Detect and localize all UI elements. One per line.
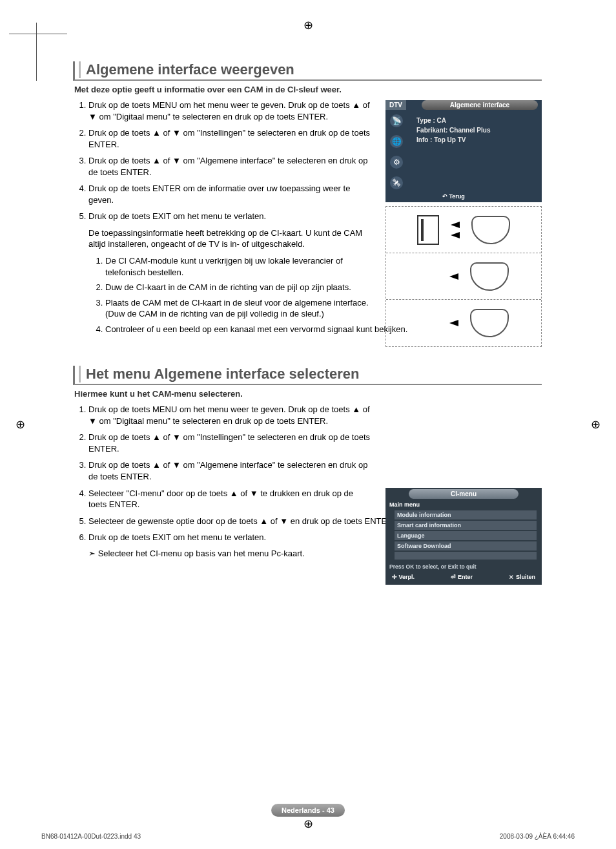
crop-mark-icon: ⊕	[303, 817, 313, 831]
osd-info-line: Fabrikant: Channel Plus	[416, 125, 490, 135]
hand-card-icon	[470, 309, 509, 337]
section-1-heading: Algemene interface weergeven	[86, 61, 542, 78]
step-tail-paragraph: De toepassingsinformatie heeft betrekkin…	[88, 227, 371, 250]
crop-hairline	[9, 34, 67, 34]
step-item: Druk op de toets ▲ of ▼ om "Algemene int…	[88, 155, 371, 178]
hand-card-icon	[470, 262, 509, 291]
hand-card-icon	[471, 216, 510, 244]
tv-osd-screenshot-2: CI-menu Main menu Module information Sma…	[385, 488, 542, 585]
osd-main-label: Main menu	[385, 500, 542, 509]
illustration-row	[386, 300, 541, 346]
section-2-steps: Druk op de toets MENU om het menu weer t…	[74, 404, 371, 543]
globe-icon: 🌐	[390, 135, 403, 148]
osd-tab: DTV	[385, 100, 406, 110]
osd-back-label: Terug	[449, 193, 465, 200]
step-item: Druk op de toets ▲ of ▼ om "Algemene int…	[88, 459, 371, 482]
step-item: Druk op de toets ENTER om de informatie …	[88, 183, 371, 205]
section-heading-bar: Algemene interface weergeven	[73, 61, 542, 81]
arrow-left-icon	[449, 273, 458, 280]
satellite-icon: 🛰	[390, 176, 403, 189]
osd-info-line: Info : Top Up TV	[416, 135, 490, 145]
crop-mark-icon: ⊕	[15, 417, 25, 432]
osd-icon-column: 📡 🌐 ⚙ 🛰	[388, 114, 405, 189]
imprint-left: BN68-01412A-00Dut-0223.indd 43	[41, 833, 141, 840]
section-1-steps: Druk op de toets MENU om het menu weer t…	[74, 100, 371, 335]
osd-menu-item: Module information	[395, 510, 537, 519]
section-2-lead: Hiermee kunt u het CAM-menu selecteren.	[74, 389, 365, 399]
substep-item: Duw de CI-kaart in de CAM in de richting…	[105, 282, 371, 293]
section-heading-bar: Het menu Algemene interface selecteren	[73, 366, 542, 385]
osd-nav-label: Sluiten	[516, 574, 535, 580]
section-1-substeps: De CI CAM-module kunt u verkrijgen bij u…	[88, 255, 371, 335]
step-item: Druk op de toets ▲ of ▼ om "Instellingen…	[88, 127, 371, 150]
imprint-right: 2008-03-09 ¿ÀÈÄ 6:44:46	[500, 833, 575, 840]
gear-icon: ⚙	[390, 156, 403, 169]
crop-mark-icon: ⊕	[591, 417, 601, 432]
ci-card-illustration	[385, 206, 542, 347]
osd-info-line: Type : CA	[416, 116, 490, 125]
osd-menu-item: Software Download	[395, 541, 537, 550]
osd-menu-item-blank	[395, 552, 537, 560]
substep-item: Plaats de CAM met de CI-kaart in de sleu…	[105, 297, 371, 320]
step-item: Druk op de toets EXIT om het menu te ver…	[88, 211, 371, 335]
osd-title: Algemene interface	[422, 100, 538, 110]
illustration-row	[386, 207, 541, 253]
osd-info-block: Type : CA Fabrikant: Channel Plus Info :…	[416, 116, 490, 145]
osd-nav-label: Verpl.	[399, 574, 415, 580]
tv-osd-screenshot-1: DTV Algemene interface 📡 🌐 ⚙ 🛰 Type : CA…	[385, 100, 542, 202]
step-item: Druk op de toets ▲ of ▼ om "Instellingen…	[88, 432, 371, 454]
osd-menu-item: Smart card information	[395, 521, 537, 530]
osd-hint: Press OK to select, or Exit to quit	[385, 561, 542, 571]
arrow-left-icon	[449, 320, 458, 326]
step-item: Selecteer "CI-menu" door op de toets ▲ o…	[88, 488, 371, 510]
antenna-icon: 📡	[390, 114, 403, 127]
step-text: Druk op de toets EXIT om het menu te ver…	[88, 211, 266, 221]
illustration-row	[386, 253, 541, 300]
step-item: Druk op de toets MENU om het menu weer t…	[88, 404, 371, 426]
section-1-lead: Met deze optie geeft u informatie over e…	[74, 85, 365, 94]
osd-nav-enter: ⏎ Enter	[451, 574, 473, 580]
osd-nav-label: Enter	[458, 574, 473, 580]
section-2-heading: Het menu Algemene interface selecteren	[86, 366, 542, 383]
osd-nav-move: ✢ Verpl.	[392, 574, 415, 580]
crop-mark-icon: ⊕	[303, 18, 313, 32]
crop-hairline	[36, 23, 37, 81]
card-slot-icon	[417, 215, 439, 245]
osd-title: CI-menu	[409, 489, 518, 499]
osd-back-hint: ↶ Terug	[442, 193, 465, 200]
arrow-left-icon	[451, 222, 460, 228]
osd-nav-exit: ⤫ Sluiten	[509, 574, 535, 580]
substep-item: De CI CAM-module kunt u verkrijgen bij u…	[105, 255, 371, 278]
osd-menu-item: Language	[395, 531, 537, 540]
page-number-pill: Nederlands - 43	[271, 804, 345, 817]
arrow-left-icon	[451, 232, 460, 238]
osd-navbar: ✢ Verpl. ⏎ Enter ⤫ Sluiten	[385, 571, 542, 583]
step-item: Druk op de toets MENU om het menu weer t…	[88, 100, 371, 122]
